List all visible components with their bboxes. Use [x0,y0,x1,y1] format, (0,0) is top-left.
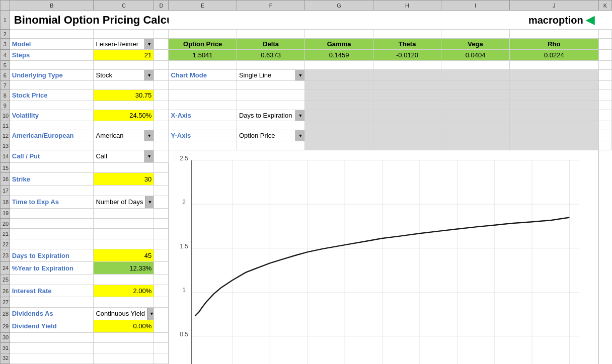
chart-area: 2.5 2 1.5 1 0.5 0 0 10 20 30 40 50 60 [169,150,598,365]
y-tick-10: 1 [183,287,186,294]
logo-cell: macroption ◀ [509,11,598,30]
col-header-D: D [154,1,169,11]
row-num-27: 27 [1,297,10,307]
row-num-11: 11 [1,121,10,130]
result-header-delta: Delta [237,39,304,50]
chart-mode-dropdown-btn[interactable]: ▼ [295,70,304,80]
result-delta: 0.6373 [237,50,304,61]
x-axis-dropdown-btn[interactable]: ▼ [295,110,304,121]
american-european-dropdown[interactable]: American ▼ [94,130,154,141]
row-num-20: 20 [1,219,10,229]
chart-mode-dropdown[interactable]: Single Line ▼ [237,70,304,81]
time-to-exp-value: Number of Days [94,198,145,206]
call-put-label: Call / Put [10,150,94,163]
american-european-dropdown-btn[interactable]: ▼ [144,130,154,141]
row-num-22: 22 [1,239,10,249]
underlying-type-dropdown[interactable]: Stock ▼ [94,70,154,81]
interest-rate-value[interactable]: 2.00% [94,285,154,297]
row-num-25: 25 [1,275,10,285]
stock-price-label: Stock Price [10,90,94,101]
call-put-value: Call [94,152,144,160]
volatility-value[interactable]: 24.50% [94,110,154,121]
row-num-24: 24 [1,262,10,275]
time-to-exp-dropdown[interactable]: Number of Days ▼ [94,196,154,208]
y-axis-dropdown-btn[interactable]: ▼ [295,130,304,141]
underlying-type-value: Stock [94,71,144,79]
steps-value[interactable]: 21 [94,50,154,61]
days-to-exp-label: Days to Expiration [10,249,94,262]
result-rho: 0.0224 [509,50,598,61]
dividends-as-value: Continuous Yield [94,310,147,317]
dividend-yield-label: Dividend Yield [10,320,94,332]
model-label: Model [10,39,94,50]
y-tick-15: 1.5 [180,243,189,250]
row-num-14: 14 [1,150,10,163]
dividends-as-label: Dividends As [10,307,94,320]
col-header-K: K [598,1,611,11]
y-axis-label: Y-Axis [169,130,237,141]
col-header-C: C [94,1,154,11]
y-tick-05: 0.5 [180,331,189,338]
row-num-26: 26 [1,285,10,297]
chart-mode-value: Single Line [237,71,295,79]
result-option-price: 1.5041 [169,50,237,61]
row-num-19: 19 [1,208,10,218]
result-vega: 0.0404 [441,50,509,61]
col-header-J: J [509,1,598,11]
row-num-7: 7 [1,81,10,90]
logo-text: macroption [528,15,583,26]
volatility-label: Volatility [10,110,94,121]
result-header-vega: Vega [441,39,509,50]
american-european-label: American/European [10,130,94,141]
row-num-30: 30 [1,332,10,342]
row-num-23: 23 [1,249,10,262]
row-num-6: 6 [1,70,10,81]
row-num-31: 31 [1,343,10,353]
y-tick-20: 2 [183,199,186,206]
y-tick-25: 2.5 [180,155,189,162]
y-axis-dropdown[interactable]: Option Price ▼ [237,130,304,141]
pct-year-value: 12.33% [94,262,154,275]
row-num-28: 28 [1,307,10,320]
row-num-3: 3 [1,39,10,50]
col-header-F: F [237,1,304,11]
time-to-exp-label: Time to Exp As [10,196,94,208]
stock-price-value[interactable]: 30.75 [94,90,154,101]
result-header-gamma: Gamma [305,39,373,50]
underlying-type-dropdown-btn[interactable]: ▼ [144,70,154,80]
row-num-32: 32 [1,353,10,363]
dividend-yield-value[interactable]: 0.00% [94,320,154,332]
days-to-exp-value[interactable]: 45 [94,249,154,262]
time-to-exp-dropdown-btn[interactable]: ▼ [145,196,154,208]
row-num-13: 13 [1,141,10,150]
dividends-as-dropdown[interactable]: Continuous Yield ▼ [94,307,154,320]
result-theta: -0.0120 [373,50,441,61]
x-axis-value: Days to Expiration [237,112,295,119]
model-dropdown[interactable]: Leisen-Reimer ▼ [94,39,154,50]
app-title: Binomial Option Pricing Calculator [10,11,169,30]
col-header-G: G [305,1,373,11]
col-header-E: E [169,1,237,11]
row-num-2: 2 [1,30,10,39]
call-put-dropdown-btn[interactable]: ▼ [144,150,154,162]
row-num-12: 12 [1,130,10,141]
pct-year-label: %Year to Expiration [10,262,94,275]
model-dropdown-btn[interactable]: ▼ [144,39,154,49]
col-header-I: I [441,1,509,11]
row-num-29: 29 [1,320,10,332]
strike-label: Strike [10,173,94,186]
call-put-dropdown[interactable]: Call ▼ [94,150,154,163]
row-num-9: 9 [1,101,10,110]
y-axis-value: Option Price [237,132,295,139]
strike-value[interactable]: 30 [94,173,154,186]
x-axis-dropdown[interactable]: Days to Expiration ▼ [237,110,304,121]
row-num-4: 4 [1,50,10,61]
row-num-15: 15 [1,162,10,172]
row-num-18: 18 [1,196,10,208]
row-num-1: 1 [1,11,10,30]
row-num-8: 8 [1,90,10,101]
result-gamma: 0.1459 [305,50,373,61]
result-header-rho: Rho [509,39,598,50]
dividends-as-dropdown-btn[interactable]: ▼ [147,308,154,320]
row-num-16: 16 [1,173,10,186]
